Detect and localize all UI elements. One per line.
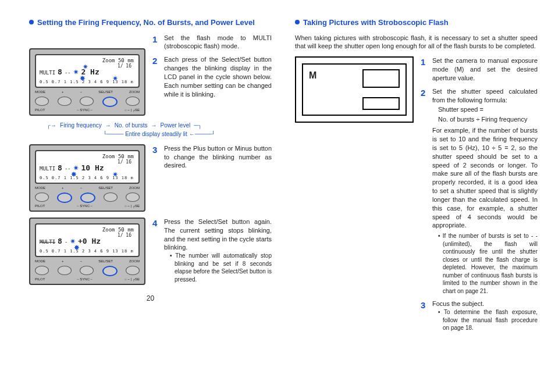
right-step2-note: • If the number of bursts is set to - - … — [438, 232, 538, 295]
right-intro: When taking pictures with stroboscopic f… — [295, 34, 538, 51]
step-4: 4 — [152, 218, 161, 283]
cycle-diagram: ┌→ Firing frequency → No. of bursts → Po… — [47, 122, 272, 138]
right-step-2: 2 — [421, 87, 429, 295]
heading-left: Setting the Firing Frequency, No. of Bur… — [29, 17, 272, 28]
plus-btn-highlight — [57, 193, 72, 203]
step-1: 1 — [152, 34, 161, 51]
page-number: 20 — [29, 294, 272, 303]
lcd-illustration-3: Zoom 50 mm 1/ 16 MULTI 8- ✷+0 Hz 0.5 0.7… — [29, 218, 145, 285]
camera-display-illustration: M — [295, 56, 414, 123]
right-step3-note: • To determine the flash exposure, follo… — [438, 308, 538, 332]
right-step-3: 3 — [421, 300, 429, 332]
minus-btn-highlight — [80, 193, 95, 203]
lcd-illustration-1: Zoom 50 mm 1/ 16 MULTI 8--✷ 2 Hz 0.5 0.7… — [29, 48, 145, 116]
selset-btn-highlight — [102, 97, 118, 107]
right-step-1: 1 — [421, 56, 429, 83]
step-3: 3 — [152, 144, 161, 170]
step-2: 2 — [152, 55, 161, 98]
lcd-illustration-2: Zoom 50 mm 1/ 16 MULTI 8--✷ 10 Hz 0.5 0.… — [29, 144, 145, 212]
selset-btn-highlight-3 — [102, 266, 118, 276]
heading-right: Taking Pictures with Stroboscopic Flash — [295, 17, 538, 28]
step4-note: • The number will automatically stop bli… — [170, 252, 272, 283]
